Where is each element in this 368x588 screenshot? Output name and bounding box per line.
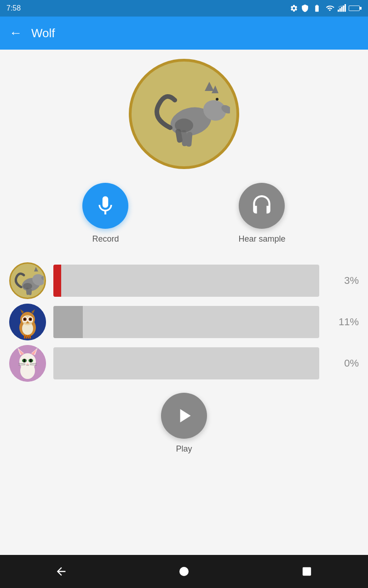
nav-back-button[interactable] [50,560,73,583]
wifi-icon [325,4,335,12]
cat-progress-bar [53,347,319,379]
wolf-progress-bar [53,265,319,297]
cat-animal-circle [9,345,46,382]
svg-rect-41 [26,335,27,339]
svg-marker-11 [205,82,214,91]
hear-sample-button[interactable] [239,183,285,229]
status-bar: 7:58 [0,0,368,17]
wolf-illustration [138,68,230,160]
svg-point-17 [216,98,218,101]
app-title: Wolf [31,26,55,40]
svg-point-60 [179,567,189,576]
svg-rect-42 [28,335,29,339]
buttons-row: Record Hear sample [0,183,368,244]
cat-percentage: 0% [327,357,359,369]
svg-rect-43 [29,335,31,339]
play-button[interactable] [161,393,207,439]
owl-progress-bar [53,306,319,338]
record-container: Record [82,183,128,244]
svg-point-16 [175,119,193,132]
svg-point-25 [23,283,32,289]
svg-rect-7 [349,6,359,11]
settings-icon [290,4,298,12]
owl-icon [9,304,46,340]
owl-animal-circle [9,304,46,340]
predictions-section: 3% [0,262,368,382]
back-button[interactable]: ← [9,26,22,40]
svg-rect-61 [302,567,310,576]
nav-home-button[interactable] [172,560,196,583]
owl-percentage: 11% [327,316,359,328]
status-icons [290,4,362,12]
nav-home-icon [178,566,190,577]
prediction-row-cat: 0% [9,345,359,382]
svg-point-35 [24,318,26,320]
svg-rect-40 [24,335,25,339]
shield-icon [301,4,309,12]
microphone-icon [94,194,117,217]
headphones-icon [250,194,273,217]
svg-point-53 [23,359,25,362]
hear-sample-container: Hear sample [238,183,285,244]
wolf-percentage: 3% [327,275,359,287]
svg-rect-3 [343,6,344,12]
svg-rect-1 [339,8,341,12]
hear-sample-label: Hear sample [238,234,285,244]
svg-point-46 [19,353,36,370]
play-label: Play [176,444,192,454]
nav-recents-button[interactable] [295,560,318,583]
owl-progress-fill [53,306,83,338]
wolf-image [129,59,239,169]
prediction-row-wolf: 3% [9,262,359,299]
record-label: Record [92,234,119,244]
svg-rect-6 [360,7,362,10]
prediction-row-owl: 11% [9,304,359,340]
wolf-animal-circle [9,262,46,299]
svg-rect-4 [345,4,346,12]
play-section: Play [161,393,207,454]
nav-bar [0,555,368,588]
svg-rect-0 [338,10,339,12]
svg-rect-2 [341,7,343,12]
nav-back-icon [55,565,68,578]
cat-icon [9,345,46,382]
svg-point-54 [30,359,32,362]
nav-recents-icon [302,566,312,577]
svg-point-36 [29,318,31,320]
play-icon [172,404,196,427]
status-time: 7:58 [6,4,21,12]
main-content: Record Hear sample [0,50,368,555]
battery-level-icon [349,5,362,12]
wolf-progress-fill [53,265,61,297]
battery-icon [312,4,322,12]
signal-icon [338,4,346,12]
app-bar: ← Wolf [0,17,368,50]
wolf-small-icon [12,265,44,297]
record-button[interactable] [82,183,128,229]
